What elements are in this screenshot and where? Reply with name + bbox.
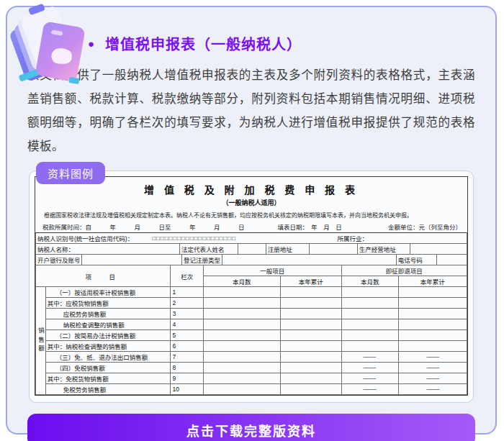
- cell-refund-year: [398, 319, 467, 330]
- taxpayer-id-label: 纳税人识别号(统一社会信用代码)：: [37, 234, 133, 242]
- cell-general-year: [280, 319, 341, 330]
- cell-refund-year: —: [398, 363, 467, 373]
- form-subtitle: （一般纳税人适用）: [35, 198, 467, 207]
- cell-refund-month: —: [341, 363, 398, 373]
- header-item: 项 目: [36, 265, 171, 287]
- row-col-no: 3: [171, 309, 204, 319]
- biz-addr-label: 生产经营地址: [357, 244, 410, 255]
- cell-general-month: [204, 287, 281, 298]
- cell-general-year: [280, 330, 341, 341]
- row-item: （二）按简易办法计税销售额: [45, 330, 171, 341]
- cell-refund-year: [398, 309, 467, 319]
- side-label-sales: 销售额: [36, 287, 46, 395]
- table-row: 销售额 （一）按适用税率计税销售额 1: [36, 287, 467, 298]
- header-general: 一般项目: [204, 265, 342, 276]
- example-box: 资料图例 增 值 税 及 附 加 税 费 申 报 表 （一般纳税人适用） 根据国…: [29, 171, 474, 403]
- reg-addr-label: 注册地址: [266, 244, 309, 255]
- row-item: （四）免税销售额: [45, 363, 171, 373]
- form-preview: 增 值 税 及 附 加 税 费 申 报 表 （一般纳税人适用） 根据国家税收法律…: [35, 176, 468, 396]
- row-col-no: 6: [171, 341, 204, 352]
- tax-period: 税款所属时间：自 年 月 日至 年 月 日: [42, 222, 245, 231]
- bank-row: 开户银行及账号 登记注册类型 电话号码: [35, 254, 467, 265]
- cell-refund-month: [341, 330, 398, 341]
- row-col-no: 8: [171, 363, 204, 373]
- header-month: 本月数: [204, 276, 281, 287]
- cell-general-year: [280, 373, 341, 384]
- row-col-no: 1: [171, 287, 204, 298]
- row-item: 其中：免税货物销售额: [45, 373, 171, 384]
- form-note: 根据国家税收法律法规及增值税相关规定制定本表。纳税人不论有无销售额，均应按税务机…: [44, 211, 462, 219]
- row-col-no: 10: [171, 384, 204, 395]
- cell-refund-year: —: [398, 352, 467, 363]
- cell-general-year: [280, 309, 341, 319]
- cell-refund-year: [398, 287, 467, 298]
- cell-refund-year: —: [398, 384, 467, 395]
- header-column-no: 栏次: [171, 265, 204, 287]
- cell-general-month: [204, 352, 281, 363]
- cell-general-year: [280, 363, 341, 373]
- download-button[interactable]: 点击下载完整版资料: [27, 414, 475, 441]
- row-col-no: 7: [171, 352, 204, 363]
- table-row: 应税劳务销售额 3: [36, 309, 467, 319]
- folder-stack-icon: [7, 3, 94, 91]
- biz-addr-value: [410, 244, 467, 255]
- row-col-no: 2: [171, 298, 204, 309]
- bank-value: [82, 255, 182, 265]
- cell-general-year: [280, 287, 341, 298]
- table-row: 其中：应税货物销售额 2: [36, 298, 467, 309]
- row-item: 纳税检查调整的销售额: [45, 319, 171, 330]
- cell-general-month: [204, 341, 281, 352]
- cell-general-month: [204, 319, 281, 330]
- cell-general-month: [204, 384, 281, 395]
- taxpayer-name-row: 纳税人名称： 法定代表人姓名 注册地址 生产经营地址: [35, 243, 467, 255]
- legal-rep-label: 法定代表人姓名: [180, 244, 238, 255]
- fill-date: 填表日期： 年 月 日: [278, 222, 342, 231]
- cell-general-year: [280, 298, 341, 309]
- cell-general-month: [204, 309, 281, 319]
- legal-rep-value: [238, 244, 266, 255]
- table-row: 纳税检查调整的销售额 4: [36, 319, 467, 330]
- cell-refund-year: [398, 330, 467, 341]
- cell-general-month: [204, 330, 281, 341]
- table-row: 免税劳务销售额 10 — —: [36, 384, 467, 395]
- row-item: 其中：纳税检查调整的销售额: [45, 341, 171, 352]
- header-refund: 即征即退项目: [341, 265, 467, 276]
- cell-refund-month: —: [341, 352, 398, 363]
- cell-refund-month: —: [341, 384, 398, 395]
- cell-general-month: [204, 373, 281, 384]
- table-row: 其中：纳税检查调整的销售额 6: [36, 341, 467, 352]
- cell-refund-month: [341, 309, 398, 319]
- cell-general-month: [204, 298, 281, 309]
- industry-label: 所属行业：: [338, 234, 369, 242]
- cell-refund-month: [341, 298, 398, 309]
- table-row: （二）按简易办法计税销售额 5: [36, 330, 467, 341]
- reg-type-value: [222, 255, 396, 265]
- cell-refund-year: —: [398, 373, 467, 384]
- row-item: 应税劳务销售额: [45, 309, 171, 319]
- row-item: 其中：应税货物销售额: [45, 298, 171, 309]
- table-row: （四）免税销售额 8 — —: [36, 363, 467, 373]
- cell-general-year: [280, 384, 341, 395]
- row-item: （一）按适用税率计税销售额: [45, 287, 171, 298]
- table-row: （三）免、抵、退办法出口销售额 7 — —: [36, 352, 467, 363]
- taxpayer-id-row: 纳税人识别号(统一社会信用代码)： □□□□□□□□□□□□□□□□□□□□ 所…: [35, 232, 467, 244]
- amount-unit: 金额单位：元（列至角分）: [388, 222, 462, 231]
- bank-label: 开户银行及账号: [36, 255, 82, 265]
- cell-refund-year: [398, 298, 467, 309]
- description: 该文档提供了一般纳税人增值税申报表的主表及多个附列资料的表格格式，主表涵盖销售额…: [27, 63, 475, 158]
- cell-refund-month: [341, 287, 398, 298]
- row-col-no: 5: [171, 330, 204, 341]
- form-title: 增 值 税 及 附 加 税 费 申 报 表: [35, 182, 467, 196]
- row-col-no: 9: [171, 373, 204, 384]
- phone-value: [437, 255, 467, 265]
- main-table: 项 目 栏次 一般项目 即征即退项目 本月数 本年累计 本月数 本年累计 销售额…: [35, 265, 467, 395]
- form-meta-line: 税款所属时间：自 年 月 日至 年 月 日 填表日期： 年 月 日 金额单位：元…: [42, 222, 462, 231]
- page-title: 增值税申报表（一般纳税人）: [105, 33, 302, 54]
- cell-refund-month: [341, 341, 398, 352]
- cell-general-month: [204, 363, 281, 373]
- taxpayer-name-label: 纳税人名称：: [36, 244, 180, 255]
- reg-type-label: 登记注册类型: [182, 255, 222, 265]
- content-card: ● 增值税申报表（一般纳税人） 该文档提供了一般纳税人增值税申报表的主表及多个附…: [6, 6, 497, 435]
- cell-general-year: [280, 352, 341, 363]
- header-year-total-2: 本年累计: [398, 276, 467, 287]
